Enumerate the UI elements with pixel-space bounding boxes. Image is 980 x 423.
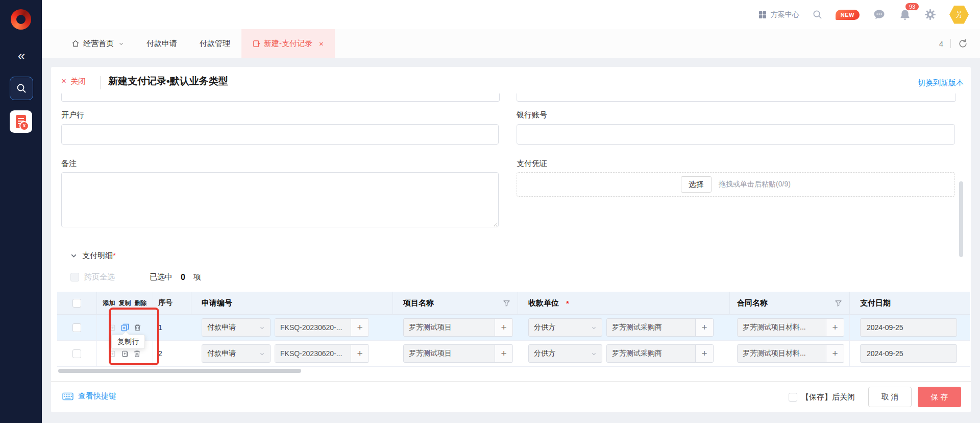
notifications-bell-icon[interactable]: 93	[899, 9, 911, 21]
account-input[interactable]	[517, 124, 955, 145]
bank-input[interactable]	[61, 124, 499, 145]
notification-count-badge: 93	[905, 3, 919, 11]
add-row-icon[interactable]	[109, 350, 116, 358]
project-column-header: 项目名称	[393, 292, 518, 314]
apply-no-value[interactable]: FKSQ-20230620-...	[275, 319, 351, 336]
payee-value[interactable]: 罗芳测试采购商	[607, 319, 696, 336]
pay-date-input[interactable]: 2024-09-25	[860, 344, 957, 363]
new-doc-icon	[253, 40, 260, 48]
add-project-button[interactable]: +	[495, 345, 512, 362]
save-button[interactable]: 保 存	[918, 387, 961, 407]
apply-no-value[interactable]: FKSQ-20230620-...	[275, 345, 351, 362]
new-payment-record-panel: × 关闭 新建支付记录•默认业务类型 切换到新版本 开户行 银行账号 备注 支付…	[51, 67, 971, 412]
filter-icon[interactable]	[503, 299, 510, 307]
sidebar: « ¥	[0, 0, 42, 423]
add-apply-no-button[interactable]: +	[351, 319, 369, 336]
apply-type-dropdown[interactable]: 付款申请	[202, 318, 271, 337]
apply-type-dropdown[interactable]: 付款申请	[202, 344, 271, 363]
tab-payment-apply[interactable]: 付款申请	[135, 29, 188, 58]
top-header: 方案中心 NEW 93 芳	[42, 0, 980, 30]
switch-version-link[interactable]: 切换到新版本	[918, 78, 964, 88]
add-row-icon[interactable]	[109, 324, 116, 332]
section-title: 支付明细	[82, 251, 113, 260]
cancel-button[interactable]: 取 消	[868, 387, 912, 407]
new-feature-badge[interactable]: NEW	[836, 10, 860, 20]
tab-business-home[interactable]: 经营首页	[60, 29, 135, 58]
sidebar-item-search[interactable]	[10, 77, 33, 100]
chevron-down-icon	[591, 351, 597, 357]
tab-label: 经营首页	[83, 39, 114, 49]
vertical-scrollbar[interactable]	[959, 181, 963, 257]
contract-value[interactable]: 罗芳测试项目材料...	[738, 319, 826, 336]
collapse-sidebar-icon[interactable]: «	[0, 48, 42, 64]
add-contract-button[interactable]: +	[826, 319, 844, 336]
keyboard-icon	[62, 392, 74, 401]
delete-row-icon[interactable]	[133, 350, 141, 358]
chevron-down-icon	[118, 41, 124, 46]
add-apply-no-button[interactable]: +	[351, 345, 369, 362]
row-checkbox[interactable]	[72, 323, 81, 332]
row-checkbox[interactable]	[72, 349, 81, 358]
project-value[interactable]: 罗芳测试项目	[404, 319, 495, 336]
truncated-field-left[interactable]	[61, 93, 500, 102]
table-row: 2 付款申请 FKSQ-20230620-... + 罗芳测试项目 +	[57, 341, 970, 367]
app-window: « ¥ 方案中心 NEW	[0, 0, 980, 423]
add-payee-button[interactable]: +	[696, 319, 713, 336]
view-shortcuts-link[interactable]: 查看快捷键	[62, 391, 116, 401]
upload-select-button[interactable]: 选择	[681, 176, 712, 193]
copy-row-tooltip: 复制行	[111, 335, 145, 349]
horizontal-scrollbar[interactable]	[58, 369, 301, 373]
contract-value[interactable]: 罗芳测试项目材料...	[738, 345, 826, 362]
messages-icon[interactable]	[873, 8, 886, 21]
table-header-row: 添加 复制 删除 序号 申请编号 项目名称 收款单位 * 合同名称	[57, 292, 970, 315]
selected-label: 已选中	[150, 272, 173, 282]
tab-new-payment-record[interactable]: 新建-支付记录 ×	[241, 29, 335, 58]
project-field: 罗芳测试项目 +	[403, 344, 513, 363]
user-avatar[interactable]: 芳	[949, 6, 969, 24]
add-project-button[interactable]: +	[495, 319, 512, 336]
pay-date-column-header: 支付日期	[849, 292, 969, 314]
selected-count: 0	[181, 273, 185, 282]
chevron-down-icon	[259, 325, 265, 331]
chevron-down-icon	[591, 325, 597, 331]
refresh-icon[interactable]	[958, 39, 968, 49]
contract-field: 罗芳测试项目材料... +	[737, 318, 844, 337]
cross-page-select-checkbox[interactable]	[70, 273, 79, 281]
home-icon	[71, 39, 80, 48]
close-after-save-checkbox[interactable]	[789, 393, 797, 402]
voucher-upload-dropzone[interactable]: 选择 拖拽或单击后粘贴(0/9)	[517, 172, 955, 197]
close-panel-button[interactable]: × 关闭	[61, 76, 86, 86]
global-search-icon[interactable]	[813, 10, 822, 19]
pay-date-input[interactable]: 2024-09-25	[860, 318, 957, 337]
filter-icon[interactable]	[835, 299, 842, 307]
open-tab-count[interactable]: 4	[939, 39, 943, 48]
grid-icon	[758, 11, 767, 19]
sidebar-item-payment-module[interactable]: ¥	[10, 110, 32, 133]
payment-detail-section-header[interactable]: 支付明细*	[70, 251, 116, 261]
workspace-center-button[interactable]: 方案中心	[758, 10, 799, 19]
delete-row-icon[interactable]	[134, 324, 141, 332]
apply-no-column-header: 申请编号	[191, 292, 393, 314]
project-value[interactable]: 罗芳测试项目	[404, 345, 495, 362]
select-all-checkbox[interactable]	[72, 299, 81, 308]
contract-column-header: 合同名称	[730, 292, 850, 314]
seq-column-header: 序号	[153, 292, 191, 314]
tab-payment-manage[interactable]: 付款管理	[188, 29, 241, 58]
chevron-down-icon	[259, 351, 265, 357]
payee-type-dropdown[interactable]: 分供方	[528, 344, 602, 363]
panel-footer: 查看快捷键 【保存】后关闭 取 消 保 存	[51, 381, 971, 412]
copy-row-icon[interactable]	[121, 350, 129, 358]
search-icon	[16, 83, 27, 93]
payee-type-dropdown[interactable]: 分供方	[528, 318, 602, 337]
add-contract-button[interactable]: +	[826, 345, 844, 362]
copy-row-icon[interactable]	[121, 323, 129, 332]
settings-gear-icon[interactable]	[924, 9, 936, 20]
chevron-down-icon	[70, 252, 77, 259]
row-seq: 2	[153, 341, 191, 366]
truncated-field-right[interactable]	[517, 93, 956, 102]
remark-textarea[interactable]	[61, 172, 499, 227]
add-payee-button[interactable]: +	[696, 345, 713, 362]
payee-value[interactable]: 罗芳测试采购商	[607, 345, 696, 362]
app-logo	[11, 9, 31, 30]
close-tab-icon[interactable]: ×	[319, 39, 324, 48]
